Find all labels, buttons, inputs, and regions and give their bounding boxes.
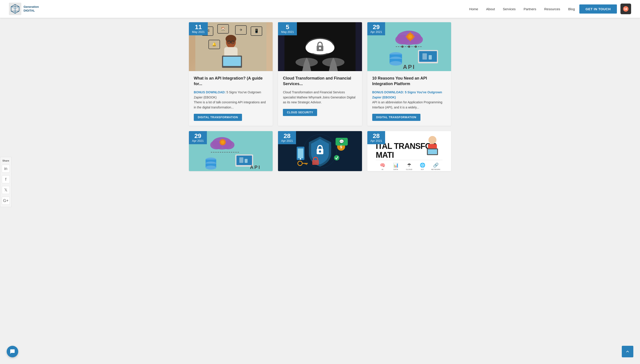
- date-badge-5: 28 Apr 2021: [278, 131, 296, 144]
- svg-text:NETWORK: NETWORK: [431, 168, 441, 170]
- logo[interactable]: Generation DIGITAL: [9, 3, 39, 15]
- date-month-year-2: May 2021: [281, 30, 294, 34]
- get-in-touch-button[interactable]: GET IN TOUCH: [579, 4, 617, 14]
- svg-point-95: [334, 155, 339, 160]
- card-text-3: BONUS DOWNLOAD: 5 Signs You've Outgrown …: [372, 90, 446, 110]
- date-day-5: 28: [281, 133, 293, 139]
- svg-point-21: [226, 35, 236, 43]
- card-title-3: 10 Reasons You Need an API Integration P…: [372, 76, 446, 87]
- svg-text:🏠: 🏠: [221, 27, 225, 31]
- card-image-1: 11 May 2021 ✉ 🏠 ✈: [189, 22, 273, 71]
- svg-rect-56: [429, 55, 432, 60]
- svg-rect-75: [239, 157, 243, 163]
- share-bar: Share in f 𝕏 G+: [0, 157, 12, 185]
- svg-text:📊: 📊: [393, 162, 399, 168]
- date-month-year-5: Apr 2021: [281, 139, 293, 142]
- date-month-year-6: Apr 2021: [370, 139, 382, 142]
- svg-text:IOT: IOT: [421, 168, 424, 170]
- card-image-3: 29 Apr 2021: [367, 22, 451, 71]
- logo-icon: [9, 3, 21, 15]
- card-image-4: 29 Apr 2021: [189, 131, 273, 171]
- svg-rect-74: [236, 156, 252, 165]
- facebook-share-button[interactable]: f: [2, 175, 10, 183]
- svg-text:API: API: [403, 64, 415, 70]
- card-body-2: Cloud Transformation and Financial Servi…: [278, 71, 362, 121]
- svg-point-66: [221, 140, 224, 144]
- svg-text:☂: ☂: [407, 163, 411, 168]
- cards-row-2: 29 Apr 2021: [189, 131, 451, 171]
- svg-rect-43: [410, 32, 411, 34]
- nav-blog[interactable]: Blog: [568, 7, 575, 11]
- svg-rect-45: [406, 36, 408, 37]
- card-api-2: 29 Apr 2021: [189, 131, 273, 171]
- svg-text:💬: 💬: [339, 139, 344, 144]
- date-day-1: 11: [192, 24, 205, 30]
- card-text-1: BONUS DOWNLOAD: 5 Signs You've Outgrown …: [194, 90, 268, 110]
- date-month-year-4: Apr 2021: [192, 139, 204, 142]
- date-badge-4: 29 Apr 2021: [189, 131, 207, 144]
- date-month-year-3: Apr 2021: [370, 30, 382, 34]
- hubspot-icon[interactable]: [620, 4, 631, 14]
- svg-text:$: $: [340, 145, 342, 149]
- svg-point-72: [206, 166, 216, 170]
- svg-point-86: [300, 158, 301, 160]
- tag-button-2[interactable]: CLOUD SECURITY: [283, 109, 317, 116]
- share-label: Share: [2, 159, 9, 162]
- svg-text:✈: ✈: [239, 28, 242, 32]
- svg-text:📱: 📱: [254, 28, 259, 33]
- date-month-year-1: May 2021: [192, 30, 205, 34]
- svg-text:MATI: MATI: [376, 150, 394, 160]
- svg-text:API: API: [250, 164, 261, 170]
- card-image-6: 28 Apr 2021 ITAL TRANSFOR MATI 🧠 📊: [367, 131, 451, 171]
- nav-home[interactable]: Home: [469, 7, 478, 11]
- svg-point-36: [306, 38, 334, 56]
- card-digital-transform: 28 Apr 2021 ITAL TRANSFOR MATI 🧠 📊: [367, 131, 451, 171]
- svg-rect-46: [413, 36, 415, 37]
- tag-button-1[interactable]: DIGITAL TRANSFORMATION: [194, 114, 242, 121]
- nav-about[interactable]: About: [486, 7, 495, 11]
- svg-text:AI: AI: [382, 168, 383, 170]
- date-day-6: 28: [370, 133, 382, 139]
- card-description-1: There is a lot of talk concerning API in…: [194, 100, 266, 109]
- card-title-2: Cloud Transformation and Financial Servi…: [283, 76, 357, 87]
- svg-point-59: [415, 46, 417, 48]
- svg-point-110: [428, 136, 436, 144]
- svg-point-82: [319, 150, 321, 153]
- card-cloud-transformation: 5 May 2021: [278, 22, 362, 126]
- main-content: 11 May 2021 ✉ 🏠 ✈: [176, 18, 464, 185]
- card-api-platform: 29 Apr 2021: [367, 22, 451, 126]
- bonus-link-1[interactable]: BONUS DOWNLOAD:: [194, 90, 226, 94]
- date-badge-2: 5 May 2021: [278, 22, 297, 35]
- card-text-2: Cloud Transformation and Financial Servi…: [283, 90, 357, 105]
- card-shield-security: 28 Apr 2021: [278, 131, 362, 171]
- card-image-2: 5 May 2021: [278, 22, 362, 71]
- svg-text:🧠: 🧠: [380, 162, 385, 168]
- svg-text:DATA: DATA: [394, 168, 398, 170]
- date-day-2: 5: [281, 24, 294, 30]
- svg-rect-55: [422, 53, 427, 60]
- svg-rect-85: [298, 148, 303, 158]
- svg-text:🌐: 🌐: [420, 162, 425, 168]
- svg-point-58: [408, 46, 410, 48]
- cards-row-1: 11 May 2021 ✉ 🏠 ✈: [189, 22, 451, 126]
- nav-services[interactable]: Services: [503, 7, 516, 11]
- tag-button-3[interactable]: DIGITAL TRANSFORMATION: [372, 114, 420, 121]
- linkedin-share-button[interactable]: in: [2, 165, 10, 173]
- bonus-link-3[interactable]: BONUS DOWNLOAD: 5 Signs You've Outgrown …: [372, 90, 442, 99]
- date-badge-1: 11 May 2021: [189, 22, 208, 35]
- card-api-integration: 11 May 2021 ✉ 🏠 ✈: [189, 22, 273, 126]
- nav-partners[interactable]: Partners: [524, 7, 536, 11]
- svg-rect-27: [223, 57, 241, 66]
- svg-rect-113: [428, 149, 437, 154]
- date-day-3: 29: [370, 24, 382, 30]
- nav-resources[interactable]: Resources: [544, 7, 560, 11]
- card-title-1: What is an API Integration? (A guide for…: [194, 76, 268, 87]
- date-badge-3: 29 Apr 2021: [367, 22, 385, 35]
- date-day-4: 29: [192, 133, 204, 139]
- card-description-3: API is an abbreviation for Application P…: [372, 100, 442, 109]
- date-badge-6: 28 Apr 2021: [367, 131, 385, 144]
- svg-point-42: [408, 35, 412, 39]
- svg-point-52: [390, 61, 402, 66]
- svg-rect-54: [419, 51, 437, 62]
- svg-text:CLOUD: CLOUD: [406, 168, 412, 170]
